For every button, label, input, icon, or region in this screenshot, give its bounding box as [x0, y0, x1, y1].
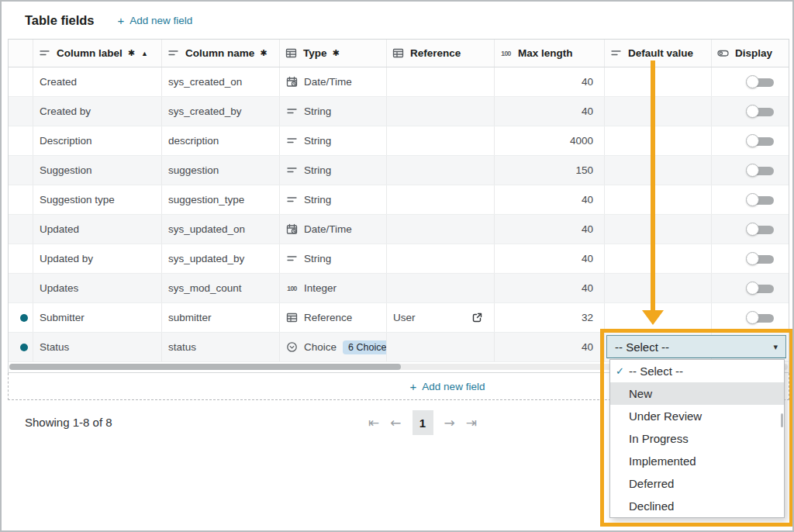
column-name-cell[interactable]: status: [162, 333, 280, 361]
column-name-cell[interactable]: sys_updated_on: [162, 215, 280, 244]
column-header-column-label[interactable]: Column label✱▲: [33, 40, 162, 67]
column-header-reference[interactable]: Reference: [387, 40, 495, 67]
column-name-value: suggestion: [168, 164, 219, 176]
default-value-select[interactable]: -- Select -- ▾: [606, 335, 786, 358]
column-name-cell[interactable]: sys_mod_count: [162, 274, 280, 302]
type-cell[interactable]: Choice6 Choices: [280, 333, 387, 361]
column-label-cell[interactable]: Description: [33, 126, 162, 155]
column-label-cell[interactable]: Suggestion: [33, 156, 162, 185]
display-toggle-off[interactable]: [746, 311, 775, 325]
type-cell[interactable]: String: [280, 244, 387, 273]
column-name-cell[interactable]: sys_updated_by: [162, 244, 280, 273]
external-link-icon[interactable]: [471, 312, 483, 323]
default-value-cell[interactable]: [605, 215, 712, 244]
dropdown-option-in-progress[interactable]: In Progress: [610, 427, 784, 450]
max-length-value: 40: [582, 76, 593, 88]
column-label-cell[interactable]: Created: [33, 67, 162, 96]
default-value-cell[interactable]: [605, 303, 712, 332]
first-page-button[interactable]: ⇤: [368, 415, 379, 430]
display-toggle-off[interactable]: [746, 105, 775, 119]
display-toggle-off[interactable]: [746, 252, 775, 266]
add-new-field-button-top[interactable]: + Add new field: [118, 15, 193, 26]
max-length-cell[interactable]: 40: [495, 97, 605, 126]
max-length-cell[interactable]: 40: [495, 333, 605, 361]
type-cell[interactable]: Reference: [280, 303, 387, 332]
current-page-button[interactable]: 1: [413, 410, 433, 435]
column-name-cell[interactable]: submitter: [162, 303, 280, 332]
max-length-cell[interactable]: 150: [495, 156, 605, 185]
reference-cell[interactable]: User: [387, 303, 495, 332]
dropdown-option-deferred[interactable]: Deferred: [610, 472, 784, 495]
dropdown-option-implemented[interactable]: Implemented: [610, 450, 784, 472]
dropdown-option-declined[interactable]: Declined: [610, 495, 784, 517]
max-length-cell[interactable]: 32: [495, 303, 605, 332]
reference-cell[interactable]: [387, 215, 495, 244]
column-header-display[interactable]: Display: [712, 40, 790, 67]
type-value: String: [304, 164, 331, 176]
display-toggle-off[interactable]: [746, 75, 775, 89]
column-name-cell[interactable]: description: [162, 126, 280, 155]
max-length-cell[interactable]: 4000: [495, 126, 605, 155]
reference-cell[interactable]: [387, 126, 495, 155]
last-page-button[interactable]: ⇥: [466, 415, 477, 430]
column-name-cell[interactable]: suggestion_type: [162, 185, 280, 214]
column-label-cell[interactable]: Suggestion type: [33, 185, 162, 214]
type-cell[interactable]: String: [280, 97, 387, 126]
type-cell[interactable]: Date/Time: [280, 67, 387, 96]
next-page-button[interactable]: →: [444, 415, 455, 430]
type-cell[interactable]: String: [280, 156, 387, 185]
add-new-field-button-bottom[interactable]: + Add new field: [410, 381, 485, 392]
column-header-max-length[interactable]: 100Max length: [495, 40, 605, 67]
default-value-cell[interactable]: [605, 67, 712, 96]
default-value-cell[interactable]: [605, 185, 712, 214]
column-header-type[interactable]: Type✱: [280, 40, 387, 67]
column-name-cell[interactable]: sys_created_on: [162, 67, 280, 96]
column-label-cell[interactable]: Updated: [33, 215, 162, 244]
default-value-cell[interactable]: [605, 274, 712, 302]
reference-cell[interactable]: [387, 67, 495, 96]
reference-cell[interactable]: [387, 97, 495, 126]
previous-page-button[interactable]: ←: [390, 415, 401, 430]
display-toggle-off[interactable]: [746, 164, 775, 178]
dropdown-option-under-review[interactable]: Under Review: [610, 405, 784, 427]
max-length-value: 150: [575, 164, 593, 176]
column-header-default-value[interactable]: Default value: [605, 40, 712, 67]
type-cell[interactable]: String: [280, 126, 387, 155]
column-label-cell[interactable]: Created by: [33, 97, 162, 126]
column-name-cell[interactable]: suggestion: [162, 156, 280, 185]
column-name-cell[interactable]: sys_created_by: [162, 97, 280, 126]
default-value-cell[interactable]: [605, 126, 712, 155]
horizontal-scrollbar-thumb[interactable]: [9, 364, 401, 370]
type-cell[interactable]: String: [280, 185, 387, 214]
display-cell: [712, 156, 790, 185]
display-toggle-off[interactable]: [746, 223, 775, 237]
column-label-cell[interactable]: Updates: [33, 274, 162, 302]
column-label-cell[interactable]: Status: [33, 333, 162, 361]
reference-cell[interactable]: [387, 156, 495, 185]
column-label-cell[interactable]: Updated by: [33, 244, 162, 273]
default-value-cell[interactable]: [605, 244, 712, 273]
column-header-column-name[interactable]: Column name✱: [162, 40, 280, 67]
max-length-cell[interactable]: 40: [495, 244, 605, 273]
default-value-cell[interactable]: [605, 156, 712, 185]
max-length-cell[interactable]: 40: [495, 185, 605, 214]
max-length-cell[interactable]: 40: [495, 67, 605, 96]
table-row-suggestion_type: Suggestion typesuggestion_typeString40: [9, 185, 789, 215]
reference-cell[interactable]: [387, 333, 495, 361]
column-label-cell[interactable]: Submitter: [33, 303, 162, 332]
type-cell[interactable]: Date/Time: [280, 215, 387, 244]
reference-cell[interactable]: [387, 244, 495, 273]
max-length-cell[interactable]: 40: [495, 274, 605, 302]
dropdown-option-new[interactable]: New: [610, 382, 784, 405]
display-toggle-off[interactable]: [746, 134, 775, 148]
reference-cell[interactable]: [387, 274, 495, 302]
table-row-submitter: SubmittersubmitterReferenceUser32: [9, 303, 789, 333]
default-value-cell[interactable]: [605, 97, 712, 126]
choices-count-badge[interactable]: 6 Choices: [343, 340, 387, 354]
type-cell[interactable]: 100Integer: [280, 274, 387, 302]
dropdown-option--select-[interactable]: ✓-- Select --: [610, 360, 784, 382]
display-toggle-off[interactable]: [746, 282, 775, 295]
max-length-cell[interactable]: 40: [495, 215, 605, 244]
reference-cell[interactable]: [387, 185, 495, 214]
display-toggle-off[interactable]: [746, 193, 775, 207]
